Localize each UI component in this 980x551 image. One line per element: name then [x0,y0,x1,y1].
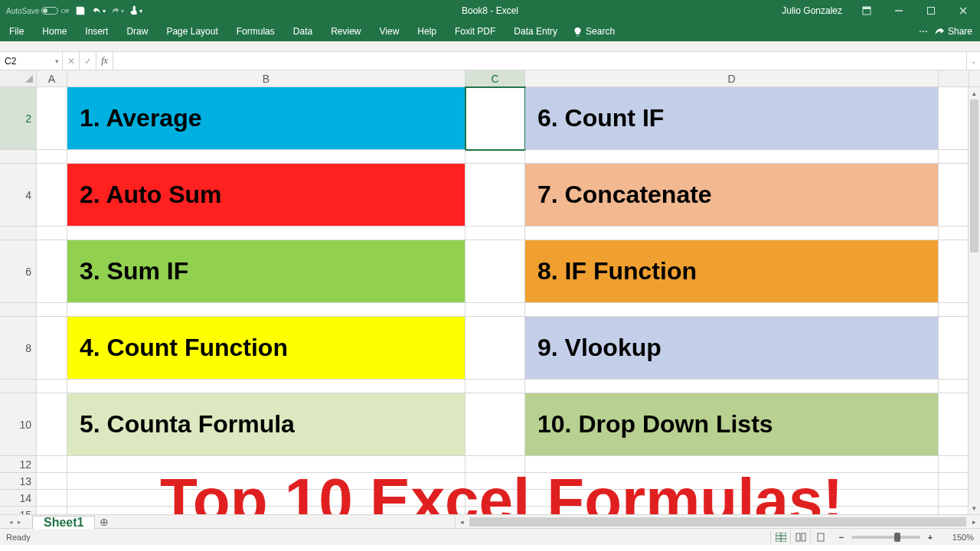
cell[interactable] [466,87,525,150]
column-header-d[interactable]: D [525,70,939,86]
sheet-nav[interactable]: ◂ ▸ [0,515,31,528]
tab-formulas[interactable]: Formulas [227,21,284,41]
cell[interactable] [67,227,466,240]
enter-formula-button[interactable]: ✓ [80,52,96,70]
scroll-right-button[interactable]: ▸ [968,516,980,528]
cell[interactable] [37,87,67,150]
cell[interactable] [939,303,969,317]
cell[interactable] [67,507,466,514]
row-header[interactable]: 14 [0,490,37,507]
tab-home[interactable]: Home [33,21,76,41]
cell[interactable] [525,473,939,490]
cell-formula-name[interactable]: 7. Concatenate [525,164,939,227]
cell[interactable] [37,456,67,473]
cell[interactable] [466,303,525,317]
cell[interactable] [37,317,67,380]
cell-formula-name[interactable]: 4. Count Function [67,317,466,380]
cell[interactable] [939,456,969,473]
touch-mode-button[interactable]: ▾ [129,4,142,18]
tell-me-search[interactable]: Search [567,21,615,41]
scroll-left-button[interactable]: ◂ [456,516,468,528]
cell[interactable] [466,164,525,227]
cell[interactable] [466,490,525,507]
tab-file[interactable]: File [0,21,33,41]
cell[interactable] [37,380,67,393]
cell-formula-name[interactable]: 8. IF Function [525,240,939,303]
column-header-b[interactable]: B [67,70,466,86]
tab-insert[interactable]: Insert [76,21,117,41]
zoom-in-button[interactable]: + [925,533,936,542]
share-button[interactable]: Share [948,26,972,37]
tab-data-entry[interactable]: Data Entry [505,21,567,41]
zoom-out-button[interactable]: − [836,533,847,542]
view-page-break-button[interactable] [810,530,830,544]
vscroll-track[interactable] [969,99,980,502]
cell[interactable] [525,150,939,164]
cell-formula-name[interactable]: 2. Auto Sum [67,164,466,227]
tab-view[interactable]: View [371,21,409,41]
new-sheet-button[interactable]: ⊕ [95,515,113,528]
cell[interactable] [939,507,969,514]
cell[interactable] [37,240,67,303]
cell-formula-name[interactable]: 1. Average [67,87,466,150]
minimize-button[interactable] [884,0,914,21]
cell[interactable] [939,490,969,507]
row-header[interactable]: 15 [0,507,37,514]
vscroll-thumb[interactable] [970,99,978,253]
row-header[interactable]: 6 [0,240,37,303]
cell[interactable] [525,490,939,507]
cell[interactable] [939,164,969,227]
autosave-toggle[interactable]: AutoSave Off [6,7,69,15]
cell-formula-name[interactable]: 5. Counta Formula [67,393,466,456]
cell[interactable] [466,456,525,473]
cancel-formula-button[interactable]: ✕ [63,52,80,70]
cell[interactable] [939,473,969,490]
expand-formula-bar-button[interactable]: ⌄ [966,52,980,70]
row-header[interactable]: 2 [0,87,37,150]
cell-formula-name[interactable]: 6. Count IF [525,87,939,150]
redo-button[interactable]: ▾ [110,4,124,18]
insert-function-button[interactable]: fx [96,52,113,70]
undo-button[interactable]: ▾ [92,4,106,18]
cell[interactable] [466,240,525,303]
cell[interactable] [466,380,525,393]
cell[interactable] [466,227,525,240]
cell[interactable] [37,303,67,317]
zoom-thumb[interactable] [894,533,900,542]
row-header[interactable] [0,150,37,164]
cell[interactable] [466,393,525,456]
hscroll-thumb[interactable] [469,517,966,527]
row-header[interactable] [0,380,37,393]
cell-formula-name[interactable]: 9. Vlookup [525,317,939,380]
ribbon-display-options-button[interactable] [851,0,882,21]
cell[interactable] [525,303,939,317]
tab-help[interactable]: Help [408,21,446,41]
cell[interactable] [67,380,466,393]
name-box[interactable]: C2 ▾ [0,52,63,70]
column-header-a[interactable]: A [37,70,67,86]
row-header[interactable]: 12 [0,456,37,473]
cell[interactable] [525,456,939,473]
view-page-layout-button[interactable] [790,530,810,544]
scroll-down-button[interactable]: ▾ [969,502,980,514]
save-button[interactable] [74,4,87,18]
formula-input[interactable] [113,52,966,70]
sheet-tab-active[interactable]: Sheet1 [32,516,95,529]
cell[interactable] [37,490,67,507]
cell[interactable] [67,150,466,164]
tab-foxit-pdf[interactable]: Foxit PDF [446,21,505,41]
tab-review[interactable]: Review [322,21,370,41]
cell-formula-name[interactable]: 10. Drop Down Lists [525,393,939,456]
tab-draw[interactable]: Draw [117,21,157,41]
cell[interactable] [466,317,525,380]
cell[interactable] [466,507,525,514]
row-header[interactable] [0,227,37,240]
cell[interactable] [37,164,67,227]
row-header[interactable]: 13 [0,473,37,490]
cell[interactable] [67,490,466,507]
cell[interactable] [466,473,525,490]
scroll-up-button[interactable]: ▴ [969,87,980,99]
close-button[interactable] [948,0,978,21]
column-header-end[interactable] [939,70,969,86]
cell-formula-name[interactable]: 3. Sum IF [67,240,466,303]
